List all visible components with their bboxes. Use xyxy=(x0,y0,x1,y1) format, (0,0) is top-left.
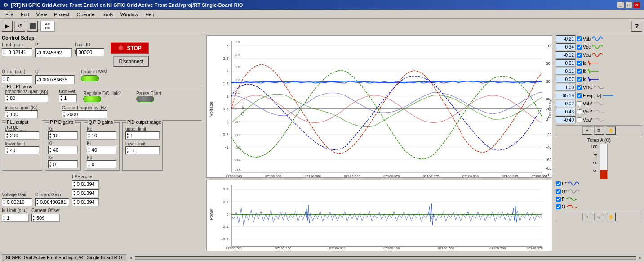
lpf-alpha1-input[interactable]: ▲▼ xyxy=(72,180,99,188)
regulate-dc-led[interactable] xyxy=(83,96,101,102)
channel-checkbox[interactable] xyxy=(577,61,582,66)
channel-checkbox-label[interactable]: Vab xyxy=(577,36,591,41)
lower-limit1-input[interactable]: ▲▼ xyxy=(5,146,39,154)
fault-id-group: Fault ID i xyxy=(75,42,104,56)
udc-ref-input[interactable]: ▲▼ xyxy=(59,94,77,102)
bottom-channel-checkbox[interactable] xyxy=(556,189,561,194)
menu-edit[interactable]: Edit xyxy=(17,11,33,18)
q-ref-input[interactable]: ▲▼ xyxy=(2,75,32,83)
channel-checkbox-label[interactable]: Vab* xyxy=(577,101,592,106)
p-ki-input[interactable]: ▲▼ xyxy=(48,146,78,154)
svg-text:0: 0 xyxy=(235,107,237,111)
current-offset-input[interactable]: ▲▼ xyxy=(31,214,60,222)
channel-checkbox-label[interactable]: Ia xyxy=(577,61,586,66)
menu-project[interactable]: Project xyxy=(50,11,73,18)
voltage-gain-input[interactable]: ▲▼ xyxy=(2,198,32,206)
bottom-channel-checkbox[interactable] xyxy=(556,197,561,202)
channel-checkbox[interactable] xyxy=(577,45,582,50)
p-group: P -0.0245392 xyxy=(35,42,72,57)
lpf-alpha3-input[interactable]: ▲▼ xyxy=(72,198,99,206)
menu-bar: File Edit View Project Operate Tools Win… xyxy=(0,10,644,19)
bottom-channel-label[interactable]: P* xyxy=(556,181,567,186)
temp-label: Temp A (C) xyxy=(587,138,611,143)
channel-checkbox[interactable] xyxy=(577,69,582,74)
upper-limit1-input[interactable]: ▲▼ xyxy=(5,131,39,140)
q-ki-input[interactable]: ▲▼ xyxy=(87,146,116,154)
pll-pi-gains-section: PLL PI gains proportional gain (Kp) ▲▼ U… xyxy=(2,87,202,121)
run-continuously-button[interactable]: ↺ xyxy=(14,21,25,32)
p-kp-input[interactable]: ▲▼ xyxy=(48,131,78,140)
channel-checkbox[interactable] xyxy=(577,109,582,114)
chart-fit-button[interactable]: ⊞ xyxy=(594,126,604,135)
bottom-channel-label[interactable]: Q xyxy=(556,204,565,209)
bottom-chart-fit-button[interactable]: ⊞ xyxy=(594,213,604,221)
upper-limit2-input[interactable]: ▲▼ xyxy=(125,131,160,140)
svg-text:87166.391: 87166.391 xyxy=(531,174,547,177)
channel-checkbox-label[interactable]: Vca* xyxy=(577,117,592,122)
q-kp-input[interactable]: ▲▼ xyxy=(87,131,116,140)
close-button[interactable]: ✕ xyxy=(633,2,640,8)
channel-checkbox-label[interactable]: Vbc* xyxy=(577,109,592,114)
disconnect-button[interactable]: Disconnect xyxy=(113,56,148,67)
fault-id-input[interactable] xyxy=(76,48,104,56)
q-kd-input[interactable]: ▲▼ xyxy=(87,160,116,168)
channel-checkbox[interactable] xyxy=(577,85,582,90)
channel-checkbox-label[interactable]: Ic xyxy=(577,77,586,82)
run-button[interactable]: ▶ xyxy=(2,21,13,32)
status-tab[interactable]: NI GPIC Grid Active Front End.lvproj/RT … xyxy=(2,254,126,261)
abort-button[interactable]: ⬛ xyxy=(27,21,38,32)
minimize-button[interactable]: _ xyxy=(617,2,624,8)
kp-input[interactable]: ▲▼ xyxy=(5,94,48,102)
iu-limit-label: Iu Limit [p.u.] xyxy=(2,208,29,213)
current-gain-input[interactable]: ▲▼ xyxy=(35,198,69,206)
menu-window[interactable]: Window xyxy=(117,11,142,18)
carrier-freq-input[interactable]: ▲▼ xyxy=(62,110,107,118)
menu-file[interactable]: File xyxy=(2,11,17,18)
bottom-chart-pan-button[interactable]: ✋ xyxy=(606,213,616,221)
channel-checkbox[interactable] xyxy=(577,93,582,98)
svg-text:0: 0 xyxy=(226,120,228,124)
channel-checkbox[interactable] xyxy=(577,36,582,41)
bottom-chart-zoom-button[interactable]: + xyxy=(582,213,592,221)
pid-output-range-section: PID output range upper limit ▲▼ lower li… xyxy=(122,122,163,171)
bottom-channel-label[interactable]: P xyxy=(556,197,565,202)
channel-checkbox[interactable] xyxy=(577,53,582,58)
bottom-channel-checkbox[interactable] xyxy=(556,204,561,209)
menu-help[interactable]: Help xyxy=(142,11,159,18)
stop-button[interactable]: STOP xyxy=(111,42,148,54)
menu-tools[interactable]: Tools xyxy=(98,11,117,18)
enable-pwm-led[interactable] xyxy=(81,75,99,81)
help-button[interactable]: ? xyxy=(631,21,642,32)
p-kd-input[interactable]: ▲▼ xyxy=(48,160,78,168)
menu-operate[interactable]: Operate xyxy=(73,11,98,18)
temp-bar xyxy=(600,144,608,179)
lower-limit2-input[interactable]: ▲▼ xyxy=(125,146,160,154)
channel-checkbox-label[interactable]: VDC xyxy=(577,85,592,90)
channel-name: Vbc xyxy=(583,45,591,50)
wave-icon xyxy=(588,68,599,74)
pause-chart-led[interactable] xyxy=(136,96,154,102)
channel-checkbox-label[interactable]: Freq [Hz] xyxy=(577,93,601,98)
channel-checkbox-label[interactable]: Ib xyxy=(577,69,586,74)
channel-checkbox[interactable] xyxy=(577,117,582,122)
lpf-alpha2-input[interactable]: ▲▼ xyxy=(72,189,99,197)
bottom-channel-checkbox[interactable] xyxy=(556,181,561,186)
channel-checkbox[interactable] xyxy=(577,77,582,82)
channel-name: Vab xyxy=(583,36,591,41)
channel-checkbox-label[interactable]: Vca xyxy=(577,53,591,58)
chart-zoom-button[interactable]: + xyxy=(582,126,592,135)
menu-view[interactable]: View xyxy=(33,11,51,18)
svg-text:0.3: 0.3 xyxy=(235,65,240,69)
iu-limit-input[interactable]: ▲▼ xyxy=(2,214,29,222)
iu-limit-group: Iu Limit [p.u.] ▲▼ xyxy=(2,208,29,222)
channel-checkbox-label[interactable]: Vbc xyxy=(577,45,591,50)
svg-text:-40: -40 xyxy=(546,145,552,149)
maximize-button[interactable]: □ xyxy=(625,2,632,8)
bottom-channel-label[interactable]: Q* xyxy=(556,189,567,194)
ki-input[interactable]: ▲▼ xyxy=(5,110,38,118)
temp-fill xyxy=(600,170,607,179)
chart-pan-button[interactable]: ✋ xyxy=(606,126,616,135)
channel-checkbox[interactable] xyxy=(577,101,582,106)
bottom-chart-area: 0.2 0.1 0 -0.1 -0.2 Power 87165.781 8716… xyxy=(204,179,644,253)
p-ref-input[interactable]: ▲▼ xyxy=(2,48,32,56)
